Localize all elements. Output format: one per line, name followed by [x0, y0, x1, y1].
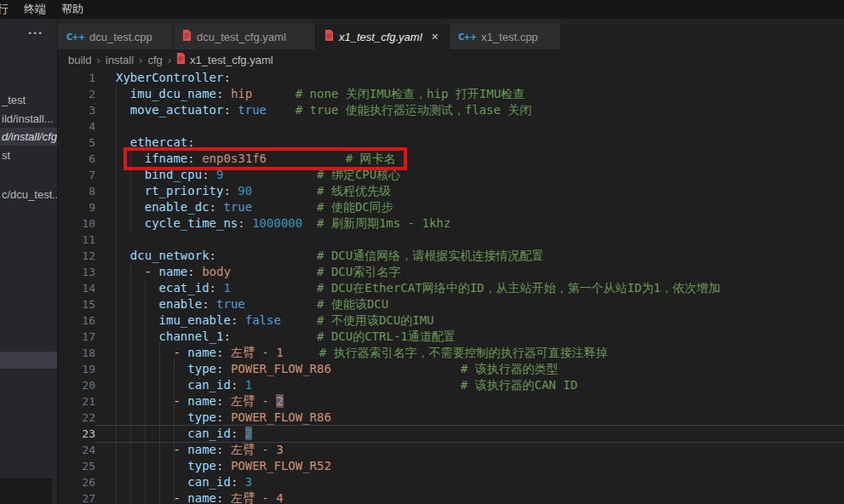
sidebar-item[interactable]: st [0, 146, 57, 164]
line-number[interactable]: 23 [58, 426, 95, 442]
code-token [116, 184, 145, 198]
sidebar-item[interactable]: c/dcu_test... [0, 186, 57, 203]
line-number[interactable]: 26 [58, 474, 95, 490]
code-token [116, 475, 187, 489]
breadcrumb-segment[interactable]: install [106, 54, 134, 66]
code-token: - [173, 443, 187, 456]
code-token: 2 [276, 394, 283, 408]
code-line-8[interactable]: 8 rt_priority: 90 # 线程优先级 [58, 183, 844, 199]
code-line-2[interactable]: 2 imu_dcu_name: hip # none 关闭IMU检查，hip 打… [58, 86, 844, 102]
line-number[interactable]: 14 [58, 280, 95, 296]
code-line-17[interactable]: 17 channel_1: # DCU的CTRL-1通道配置 [58, 329, 844, 345]
line-number[interactable]: 5 [58, 135, 95, 151]
code-line-10[interactable]: 10 cycle_time_ns: 1000000 # 刷新周期1ms - 1k… [58, 215, 844, 232]
line-number[interactable]: 25 [58, 458, 95, 474]
code-token: POWER_FLOW_R52 [231, 459, 331, 472]
code-line-12[interactable]: 12 dcu_network: # DCU通信网络，请根据实机连接情况配置 [58, 248, 844, 264]
code-token [223, 87, 230, 100]
line-number[interactable]: 11 [58, 232, 95, 248]
line-number[interactable]: 22 [58, 410, 95, 426]
code-line-21[interactable]: 21 - name: 左臂 - 2 [58, 393, 844, 410]
code-line-14[interactable]: 14 ecat_id: 1 # DCU在EtherCAT网络中的ID，从主站开始… [58, 280, 844, 296]
line-number[interactable]: 9 [58, 199, 95, 215]
breadcrumb-file[interactable]: x1_test_cfg.yaml [176, 53, 273, 66]
code-token: : [223, 71, 230, 84]
code-line-1[interactable]: 1XyberController: [58, 70, 844, 86]
code-token: 3 [245, 475, 252, 489]
line-number[interactable]: 20 [58, 377, 95, 393]
code-token [116, 329, 159, 343]
code-line-13[interactable]: 13 - name: body # DCU索引名字 [58, 264, 844, 280]
line-number[interactable]: 21 [58, 393, 95, 410]
close-icon[interactable]: × [432, 31, 439, 43]
code-text: - name: 左臂 - 2 [116, 393, 284, 410]
code-token [238, 475, 244, 489]
cpp-file-icon: C++ [458, 32, 476, 42]
line-number[interactable]: 27 [58, 490, 95, 504]
line-number[interactable]: 7 [58, 167, 95, 183]
breadcrumb: build›install›cfg›x1_test_cfg.yaml [58, 49, 844, 70]
editor[interactable]: 1XyberController:2 imu_dcu_name: hip # n… [58, 70, 844, 504]
sidebar-item[interactable]: _test [0, 91, 57, 109]
code-line-27[interactable]: 27 - name: 左臂 - 4 [58, 490, 844, 504]
line-number[interactable]: 24 [58, 442, 95, 458]
line-number[interactable]: 1 [58, 70, 95, 86]
line-number[interactable]: 6 [58, 151, 95, 167]
line-number[interactable]: 2 [58, 86, 95, 102]
code-token [223, 410, 230, 424]
line-number[interactable]: 3 [58, 102, 95, 118]
code-line-4[interactable]: 4 [58, 118, 844, 135]
breadcrumb-segment[interactable]: cfg [147, 54, 162, 66]
code-token: POWER_FLOW_R86 [231, 362, 331, 375]
code-line-15[interactable]: 15 enable: true # 使能该DCU [58, 296, 844, 312]
tab-dcu_test_cfg.yaml[interactable]: dcu_test_cfg.yaml [174, 24, 316, 49]
sidebar-selected-row[interactable] [0, 352, 57, 369]
code-token [267, 103, 296, 117]
code-token [238, 378, 244, 392]
line-number[interactable]: 12 [58, 248, 95, 264]
code-line-26[interactable]: 26 can_id: 3 [58, 474, 844, 490]
code-token: name [187, 491, 216, 504]
code-line-18[interactable]: 18 - name: 左臂 - 1 # 执行器索引名字，不需要控制的执行器可直接… [58, 345, 844, 361]
code-token: # DCU通信网络，请根据实机连接情况配置 [317, 249, 543, 262]
code-line-16[interactable]: 16 imu_enable: false # 不使用该DCU的IMU [58, 312, 844, 329]
code-line-25[interactable]: 25 type: POWER_FLOW_R52 [58, 458, 844, 474]
code-token [216, 249, 317, 262]
line-number[interactable]: 18 [58, 345, 95, 361]
tab-x1_test.cpp[interactable]: C++x1_test.cpp [450, 24, 561, 49]
line-number[interactable]: 4 [58, 118, 95, 135]
code-line-24[interactable]: 24 - name: 左臂 - 3 [58, 442, 844, 458]
code-text: - name: 左臂 - 1 # 执行器索引名字，不需要控制的执行器可直接注释掉 [116, 345, 608, 361]
code-token: 1 [245, 378, 252, 392]
line-number[interactable]: 13 [58, 264, 95, 280]
code-token: 左臂 - 1 [231, 346, 284, 359]
code-line-23[interactable]: 23 can_id: 2 [58, 426, 844, 442]
code-line-20[interactable]: 20 can_id: 1 # 该执行器的CAN ID [58, 377, 844, 393]
line-number[interactable]: 19 [58, 361, 95, 377]
code-line-11[interactable]: 11 [58, 232, 844, 248]
line-number[interactable]: 8 [58, 183, 95, 199]
sidebar-item[interactable]: ild/install... [0, 110, 57, 128]
tab-x1_test_cfg.yaml[interactable]: x1_test_cfg.yaml× [316, 24, 450, 49]
tab-dcu_test.cpp[interactable]: C++dcu_test.cpp [58, 24, 174, 49]
code-line-19[interactable]: 19 type: POWER_FLOW_R86 # 该执行器的类型 [58, 361, 844, 377]
line-number[interactable]: 10 [58, 215, 95, 232]
breadcrumb-segment[interactable]: build [68, 54, 91, 66]
code-line-9[interactable]: 9 enable_dc: true # 使能DC同步 [58, 199, 844, 215]
menu-item[interactable]: 行 [0, 0, 16, 19]
menu-item[interactable]: 帮助 [54, 0, 91, 19]
line-number[interactable]: 16 [58, 312, 95, 329]
more-actions-button[interactable]: ··· [28, 26, 43, 40]
menu-item[interactable]: 终端 [16, 0, 54, 19]
code-line-22[interactable]: 22 type: POWER_FLOW_R86 [58, 410, 844, 426]
code-token: channel_1 [159, 329, 224, 343]
code-token: 1 [223, 281, 230, 295]
code-token: # 该执行器的类型 [461, 362, 559, 375]
sidebar-item[interactable]: d/install/cfg [0, 128, 57, 146]
line-number[interactable]: 15 [58, 296, 95, 312]
yaml-file-icon [324, 30, 334, 43]
code-token: type [187, 459, 216, 472]
code-line-3[interactable]: 3 move_actuator: true # true 使能执行器运动测试，f… [58, 102, 844, 118]
line-number[interactable]: 17 [58, 329, 95, 345]
code-text: dcu_network: # DCU通信网络，请根据实机连接情况配置 [116, 248, 543, 264]
